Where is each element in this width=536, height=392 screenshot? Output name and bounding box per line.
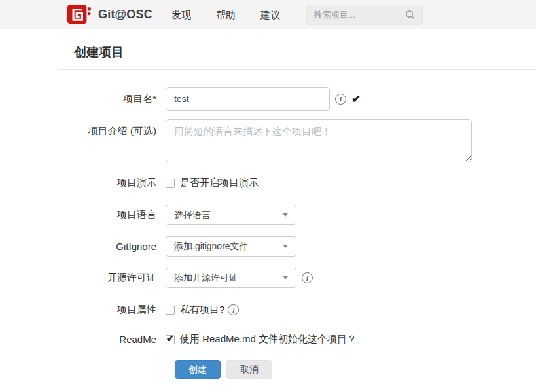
nav-links: 发现 帮助 建议	[159, 0, 293, 29]
demo-option: 是否开启项目演示	[166, 177, 259, 189]
demo-option-label[interactable]: 是否开启项目演示	[180, 177, 259, 189]
search-input[interactable]	[314, 10, 405, 20]
license-select[interactable]: 添加开源许可证	[166, 268, 296, 288]
demo-row: 项目演示 是否开启项目演示	[58, 177, 536, 189]
project-name-input[interactable]	[166, 87, 330, 111]
info-icon[interactable]: i	[302, 272, 313, 283]
visibility-row: 项目属性 私有项目? i	[58, 304, 536, 316]
chevron-down-icon	[283, 245, 288, 248]
language-row: 项目语言 选择语言	[58, 205, 536, 225]
page-title: 创建项目	[58, 29, 536, 70]
create-project-form: 项目名* i ✔ 项目介绍 (可选) 项目演示 是否开启项目演示 项目语言 选择…	[58, 70, 536, 379]
chevron-down-icon	[283, 213, 288, 217]
chevron-down-icon	[283, 276, 288, 279]
readme-label: ReadMe	[58, 334, 166, 345]
demo-checkbox[interactable]	[166, 179, 175, 188]
search-icon[interactable]	[405, 10, 415, 20]
info-icon[interactable]: i	[335, 94, 346, 105]
private-checkbox[interactable]	[166, 306, 175, 315]
gitignore-selected-value: 添加.gitignore文件	[174, 241, 249, 253]
demo-label: 项目演示	[58, 177, 166, 189]
gitignore-label: GitIgnore	[58, 241, 166, 252]
readme-option-label[interactable]: 使用 ReadMe.md 文件初始化这个项目？	[180, 333, 357, 346]
readme-checkbox[interactable]	[166, 335, 175, 344]
project-name-row: 项目名* i ✔	[58, 87, 536, 111]
cancel-button[interactable]: 取消	[226, 360, 272, 379]
language-label: 项目语言	[58, 209, 166, 221]
description-textarea[interactable]	[166, 119, 472, 162]
valid-check-icon: ✔	[351, 92, 361, 106]
license-row: 开源许可证 添加开源许可证 i	[58, 268, 536, 288]
language-select[interactable]: 选择语言	[166, 205, 296, 225]
info-icon[interactable]: i	[228, 304, 239, 315]
visibility-option: 私有项目? i	[166, 304, 239, 316]
project-name-label: 项目名*	[58, 93, 166, 105]
nav-item-help[interactable]: 帮助	[204, 0, 248, 29]
main-content: 创建项目 项目名* i ✔ 项目介绍 (可选) 项目演示 是否开启项目演示 项目…	[58, 29, 536, 379]
private-option-label[interactable]: 私有项目?	[180, 304, 224, 316]
form-actions: 创建 取消	[175, 360, 536, 379]
gitignore-select[interactable]: 添加.gitignore文件	[166, 236, 296, 257]
license-selected-value: 添加开源许可证	[174, 272, 238, 284]
license-label: 开源许可证	[58, 272, 166, 284]
top-navbar: Git@OSC 发现 帮助 建议	[0, 0, 536, 29]
visibility-label: 项目属性	[58, 304, 166, 316]
readme-row: ReadMe 使用 ReadMe.md 文件初始化这个项目？	[58, 333, 536, 346]
language-selected-value: 选择语言	[174, 209, 211, 221]
gitosc-logo-icon[interactable]	[67, 3, 92, 26]
create-button[interactable]: 创建	[175, 360, 221, 379]
description-row: 项目介绍 (可选)	[58, 119, 536, 162]
description-label: 项目介绍 (可选)	[58, 119, 166, 137]
search-box	[306, 5, 423, 25]
readme-option: 使用 ReadMe.md 文件初始化这个项目？	[166, 333, 357, 346]
brand-title[interactable]: Git@OSC	[98, 8, 152, 22]
gitignore-row: GitIgnore 添加.gitignore文件	[58, 236, 536, 257]
nav-item-discover[interactable]: 发现	[159, 0, 204, 29]
nav-item-feedback[interactable]: 建议	[248, 0, 293, 29]
